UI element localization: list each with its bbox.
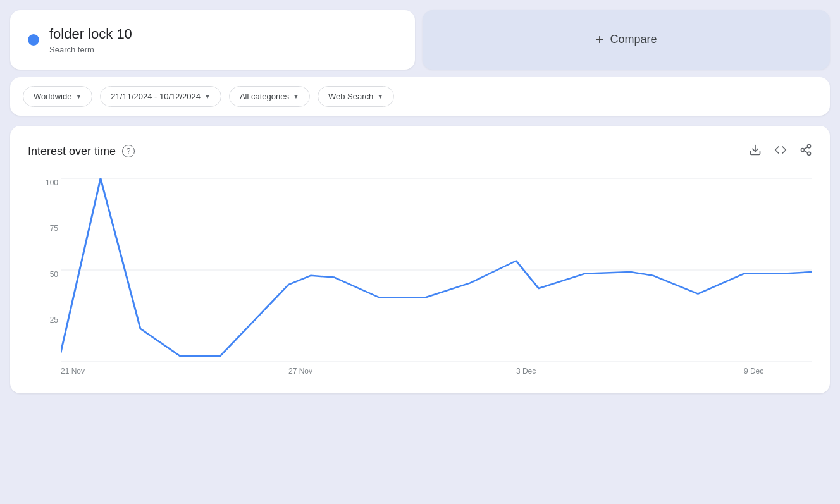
compare-plus-icon: + <box>596 32 604 48</box>
share-icon[interactable] <box>800 144 812 159</box>
category-filter-label: All categories <box>240 92 289 101</box>
svg-line-5 <box>804 147 808 149</box>
search-term-card: folder lock 10 Search term <box>10 10 415 70</box>
date-chevron-icon: ▼ <box>204 93 211 100</box>
region-filter-button[interactable]: Worldwide ▼ <box>23 86 92 107</box>
chart-title: Interest over time <box>28 145 116 158</box>
x-label-9dec: 9 Dec <box>744 367 763 376</box>
y-label-25: 25 <box>28 316 58 324</box>
search-type-filter-label: Web Search <box>328 92 373 101</box>
search-type-chevron-icon: ▼ <box>377 93 383 100</box>
region-filter-label: Worldwide <box>34 92 71 101</box>
embed-icon[interactable] <box>774 144 787 159</box>
top-section: folder lock 10 Search term + Compare <box>10 10 830 70</box>
download-icon[interactable] <box>749 144 762 159</box>
compare-label: Compare <box>610 33 657 46</box>
svg-line-4 <box>804 151 808 152</box>
compare-card[interactable]: + Compare <box>423 10 830 70</box>
y-label-50: 50 <box>28 270 58 279</box>
line-chart-svg <box>61 178 812 362</box>
chart-container: 100 75 50 25 21 Nov 27 Nov 3 Dec 9 Dec <box>28 178 812 381</box>
x-label-3dec: 3 Dec <box>516 367 536 376</box>
category-filter-button[interactable]: All categories ▼ <box>229 86 310 107</box>
x-label-21nov: 21 Nov <box>61 367 85 376</box>
date-filter-label: 21/11/2024 - 10/12/2024 <box>111 92 201 101</box>
chart-area <box>61 178 812 362</box>
search-dot <box>28 34 39 46</box>
search-type-filter-button[interactable]: Web Search ▼ <box>318 86 394 107</box>
date-filter-button[interactable]: 21/11/2024 - 10/12/2024 ▼ <box>100 86 221 107</box>
category-chevron-icon: ▼ <box>293 93 299 100</box>
help-icon[interactable]: ? <box>122 145 135 157</box>
y-label-75: 75 <box>28 224 58 233</box>
y-label-100: 100 <box>28 178 58 187</box>
chart-actions <box>749 144 812 159</box>
filter-bar: Worldwide ▼ 21/11/2024 - 10/12/2024 ▼ Al… <box>10 77 830 116</box>
chart-card: Interest over time ? <box>10 126 830 393</box>
x-label-27nov: 27 Nov <box>288 367 312 376</box>
chart-title-area: Interest over time ? <box>28 145 135 158</box>
search-term-label: Search term <box>49 45 132 54</box>
x-axis-labels: 21 Nov 27 Nov 3 Dec 9 Dec <box>61 362 812 381</box>
chart-header: Interest over time ? <box>28 144 812 159</box>
search-term-title: folder lock 10 <box>49 25 132 44</box>
region-chevron-icon: ▼ <box>75 93 82 100</box>
y-axis-labels: 100 75 50 25 <box>28 178 58 362</box>
search-term-text: folder lock 10 Search term <box>49 25 132 54</box>
